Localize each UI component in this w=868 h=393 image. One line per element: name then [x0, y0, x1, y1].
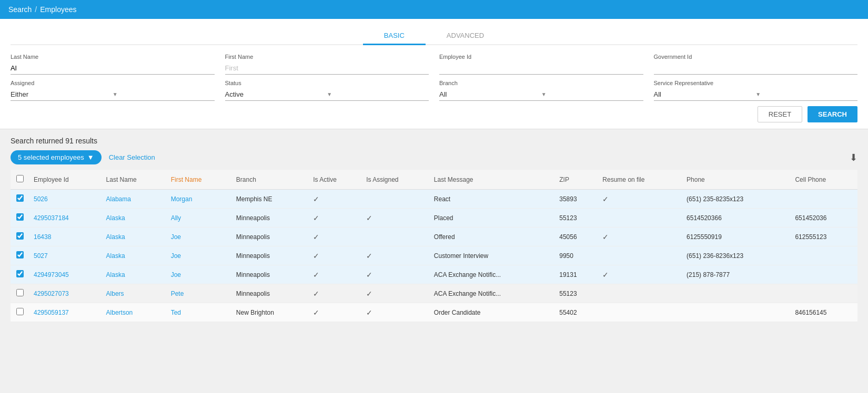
cell-is-assigned: ✓ [362, 284, 430, 303]
row-checkbox[interactable] [16, 289, 24, 296]
row-checkbox[interactable] [16, 270, 24, 277]
cell-first-name[interactable]: Joe [167, 246, 232, 265]
cell-first-name[interactable]: Ally [167, 209, 232, 227]
cell-is-active: ✓ [309, 246, 362, 265]
cell-zip: 19131 [555, 265, 598, 284]
cell-last-name[interactable]: Alabama [102, 190, 167, 209]
status-arrow-icon: ▼ [327, 91, 429, 97]
table-row: 4295037184AlaskaAllyMinneapolis✓✓Placed5… [11, 209, 857, 227]
cell-phone: (651) 236-8236x123 [682, 246, 791, 265]
last-name-input[interactable] [11, 62, 215, 75]
cell-phone [682, 303, 791, 322]
cell-is-assigned [362, 227, 430, 246]
cell-employee-id[interactable]: 16438 [29, 227, 102, 246]
clear-selection-link[interactable]: Clear Selection [109, 153, 155, 161]
government-id-input[interactable] [654, 62, 858, 75]
cell-last-message: Placed [430, 209, 555, 227]
col-is-assigned: Is Assigned [362, 170, 430, 190]
reset-button[interactable]: RESET [758, 106, 802, 122]
cell-last-name[interactable]: Alaska [102, 265, 167, 284]
cell-employee-id[interactable]: 4294973045 [29, 265, 102, 284]
employee-id-input[interactable] [439, 62, 643, 75]
service-rep-select[interactable]: All ▼ [654, 88, 858, 101]
status-select[interactable]: Active ▼ [225, 88, 429, 101]
assigned-group: Assigned Either ▼ [11, 80, 215, 101]
cell-branch: Minneapolis [232, 209, 309, 227]
download-icon[interactable]: ⬇ [850, 152, 857, 163]
breadcrumb-search[interactable]: Search [8, 5, 32, 14]
cell-resume-on-file [598, 246, 682, 265]
cell-is-active: ✓ [309, 190, 362, 209]
cell-first-name[interactable]: Pete [167, 284, 232, 303]
cell-employee-id[interactable]: 5026 [29, 190, 102, 209]
status-group: Status Active ▼ [225, 80, 429, 101]
cell-resume-on-file: ✓ [598, 265, 682, 284]
table-row: 5026AlabamaMorganMemphis NE✓React35893✓(… [11, 190, 857, 209]
breadcrumb-section: Employees [40, 5, 76, 14]
cell-phone [682, 284, 791, 303]
table-row: 5027AlaskaJoeMinneapolis✓✓Customer Inter… [11, 246, 857, 265]
cell-branch: Minneapolis [232, 265, 309, 284]
row-checkbox[interactable] [16, 308, 24, 315]
select-all-checkbox[interactable] [16, 175, 24, 182]
row-checkbox[interactable] [16, 232, 24, 240]
cell-last-message: Offered [430, 227, 555, 246]
last-name-group: Last Name [11, 54, 215, 75]
cell-first-name[interactable]: Morgan [167, 190, 232, 209]
cell-last-name[interactable]: Alaska [102, 227, 167, 246]
branch-select[interactable]: All ▼ [439, 88, 643, 101]
cell-first-name[interactable]: Joe [167, 227, 232, 246]
row-checkbox[interactable] [16, 213, 24, 221]
cell-last-name[interactable]: Alaska [102, 246, 167, 265]
row-checkbox[interactable] [16, 251, 24, 258]
cell-employee-id[interactable]: 4295037184 [29, 209, 102, 227]
service-rep-label: Service Representative [654, 80, 858, 86]
cell-phone: 6514520366 [682, 209, 791, 227]
col-is-active: Is Active [309, 170, 362, 190]
cell-is-assigned: ✓ [362, 246, 430, 265]
cell-last-name[interactable]: Albertson [102, 303, 167, 322]
status-label: Status [225, 80, 429, 86]
cell-last-message: ACA Exchange Notific... [430, 265, 555, 284]
cell-resume-on-file [598, 284, 682, 303]
search-panel: BASIC ADVANCED Last Name First Name Empl… [0, 19, 868, 129]
cell-phone: (215) 878-7877 [682, 265, 791, 284]
tab-basic[interactable]: BASIC [363, 27, 426, 45]
cell-last-name[interactable]: Alaska [102, 209, 167, 227]
row-checkbox-cell [11, 303, 29, 322]
table-header-row: Employee Id Last Name First Name Branch … [11, 170, 857, 190]
cell-zip: 55123 [555, 209, 598, 227]
cell-is-active: ✓ [309, 227, 362, 246]
cell-branch: Memphis NE [232, 190, 309, 209]
first-name-group: First Name [225, 54, 429, 75]
tab-advanced[interactable]: ADVANCED [426, 27, 505, 45]
cell-last-name[interactable]: Albers [102, 284, 167, 303]
selected-count-button[interactable]: 5 selected employees ▼ [11, 150, 102, 164]
form-actions: RESET SEARCH [11, 106, 857, 122]
cell-first-name[interactable]: Ted [167, 303, 232, 322]
cell-employee-id[interactable]: 4295059137 [29, 303, 102, 322]
col-first-name: First Name [167, 170, 232, 190]
cell-is-active: ✓ [309, 265, 362, 284]
results-table: Employee Id Last Name First Name Branch … [11, 170, 857, 322]
cell-employee-id[interactable]: 5027 [29, 246, 102, 265]
cell-employee-id[interactable]: 4295027073 [29, 284, 102, 303]
resume-check-icon: ✓ [602, 195, 609, 203]
cell-last-message: Order Candidate [430, 303, 555, 322]
search-button[interactable]: SEARCH [808, 106, 857, 122]
cell-zip: 35893 [555, 190, 598, 209]
cell-branch: Minneapolis [232, 246, 309, 265]
cell-cell-phone [791, 246, 857, 265]
form-row1: Last Name First Name Employee Id Governm… [11, 54, 857, 75]
cell-first-name[interactable]: Joe [167, 265, 232, 284]
cell-resume-on-file [598, 303, 682, 322]
selected-chevron-icon: ▼ [87, 153, 94, 161]
form-row2: Assigned Either ▼ Status Active ▼ Branch… [11, 80, 857, 101]
cell-resume-on-file: ✓ [598, 190, 682, 209]
row-checkbox[interactable] [16, 194, 24, 202]
cell-cell-phone [791, 265, 857, 284]
first-name-input[interactable] [225, 62, 429, 75]
active-check-icon: ✓ [313, 233, 319, 241]
assigned-select[interactable]: Either ▼ [11, 88, 215, 101]
cell-last-message: ACA Exchange Notific... [430, 284, 555, 303]
